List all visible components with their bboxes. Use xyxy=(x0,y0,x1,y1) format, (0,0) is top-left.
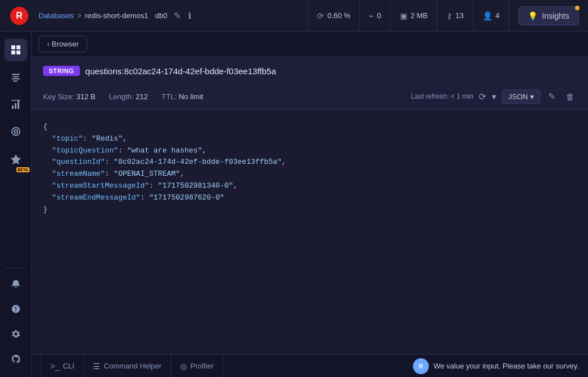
memory-stat: ▣ 2 MB xyxy=(391,0,437,32)
delete-key-button[interactable]: 🗑 xyxy=(564,90,577,104)
survey-icon: R xyxy=(413,358,429,374)
command-helper-label: Command Helper xyxy=(104,362,161,370)
sidebar-item-workbench[interactable] xyxy=(5,66,27,88)
tab-bar: ‹ Browser xyxy=(32,32,588,57)
users-value: 4 xyxy=(496,11,500,20)
edit-connection-button[interactable]: ✎ xyxy=(172,9,184,23)
stats-bar: ⟳ 0.60 % ⌁ 0 ▣ 2 MB ⚷ 13 👤 4 xyxy=(308,0,509,32)
users-icon: 👤 xyxy=(483,11,492,20)
header: R Databases > redis-short-demos1 db0 ✎ ℹ… xyxy=(0,0,588,32)
survey-prompt[interactable]: R We value your input. Please take our s… xyxy=(413,358,579,374)
profiler-label: Profiler xyxy=(190,362,214,370)
format-label: JSON xyxy=(508,92,528,101)
refresh-dropdown-button[interactable]: ▾ xyxy=(492,91,496,102)
browser-tab-label: Browser xyxy=(52,40,79,48)
sidebar-bottom xyxy=(5,263,27,372)
browser-back-button[interactable]: ‹ Browser xyxy=(39,36,87,52)
key-size-value: 312 B xyxy=(76,92,96,101)
sidebar-item-notifications[interactable] xyxy=(5,273,27,295)
keys-value: 13 xyxy=(455,11,463,20)
svg-rect-7 xyxy=(15,103,16,109)
json-editor[interactable]: { "topic": "Redis", "topicQuestion": "wh… xyxy=(32,110,588,354)
format-select[interactable]: JSON ▾ xyxy=(502,90,540,104)
footer-tab-command-helper[interactable]: ☰ Command Helper xyxy=(84,355,171,378)
svg-rect-8 xyxy=(18,101,19,109)
memory-icon: ▣ xyxy=(400,11,407,20)
format-chevron-icon: ▾ xyxy=(530,92,534,101)
key-metadata: Key Size: 312 B Length: 212 TTL: No limi… xyxy=(32,83,588,110)
sidebar-item-browser[interactable] xyxy=(5,39,27,61)
meta-right: Last refresh: < 1 min ⟳ ▾ JSON ▾ ✎ 🗑 xyxy=(411,89,577,104)
key-header: STRING questions:8c02ac24-174d-42ef-bdde… xyxy=(32,57,588,83)
cpu-icon: ⟳ xyxy=(317,11,324,20)
key-panel: STRING questions:8c02ac24-174d-42ef-bdde… xyxy=(32,57,588,354)
ttl-value: No limit xyxy=(179,92,203,101)
cli-icon: >_ xyxy=(50,362,59,371)
breadcrumb-databases[interactable]: Databases xyxy=(39,11,74,20)
footer-tab-profiler[interactable]: ◎ Profiler xyxy=(171,355,223,378)
length-label: Length: 212 xyxy=(109,92,148,101)
last-refresh-label: Last refresh: < 1 min xyxy=(411,92,474,100)
cli-label: CLI xyxy=(63,362,74,370)
footer-tab-cli[interactable]: >_ CLI xyxy=(41,355,84,378)
svg-point-10 xyxy=(14,130,18,133)
sidebar-item-github[interactable] xyxy=(5,348,27,370)
svg-rect-6 xyxy=(12,105,14,109)
refresh-button[interactable]: ⟳ xyxy=(479,91,486,102)
footer-right: R We value your input. Please take our s… xyxy=(413,358,579,374)
svg-point-9 xyxy=(12,128,20,135)
type-badge: STRING xyxy=(43,66,80,76)
cpu-stat: ⟳ 0.60 % xyxy=(308,0,360,32)
key-name: questions:8c02ac24-174d-42ef-bdde-f03ee1… xyxy=(86,66,276,76)
sidebar-item-settings[interactable] xyxy=(5,323,27,345)
connections-stat: ⌁ 0 xyxy=(360,0,390,32)
sidebar-item-help[interactable] xyxy=(5,298,27,320)
svg-text:R: R xyxy=(419,363,424,370)
main-layout: ‹ Browser STRING questions:8c02ac24-174d… xyxy=(0,32,588,377)
cpu-value: 0.60 % xyxy=(327,11,350,20)
connections-icon: ⌁ xyxy=(369,11,373,20)
sidebar-divider xyxy=(5,268,25,268)
profiler-icon: ◎ xyxy=(180,362,187,371)
content-area: ‹ Browser STRING questions:8c02ac24-174d… xyxy=(32,32,588,377)
insights-label: Insights xyxy=(542,11,569,20)
breadcrumb: Databases > redis-short-demos1 xyxy=(39,11,148,20)
footer: >_ CLI ☰ Command Helper ◎ Profiler R xyxy=(32,354,588,377)
svg-text:R: R xyxy=(16,11,23,20)
svg-rect-5 xyxy=(16,50,20,54)
key-size-label: Key Size: 312 B xyxy=(43,92,96,101)
breadcrumb-instance: redis-short-demos1 xyxy=(85,11,148,20)
ttl-label: TTL: No limit xyxy=(161,92,203,101)
users-stat: 👤 4 xyxy=(474,0,509,32)
header-actions: ✎ ℹ xyxy=(172,9,194,23)
sidebar xyxy=(0,32,32,377)
svg-marker-11 xyxy=(11,154,21,164)
info-button[interactable]: ℹ xyxy=(186,9,194,23)
db-badge: db0 xyxy=(155,11,168,20)
keys-stat: ⚷ 13 xyxy=(437,0,473,32)
command-helper-icon: ☰ xyxy=(93,362,100,371)
sidebar-item-analysis[interactable] xyxy=(5,93,27,116)
svg-rect-4 xyxy=(11,50,15,54)
svg-rect-2 xyxy=(11,45,15,49)
length-value: 212 xyxy=(136,92,148,101)
breadcrumb-separator: > xyxy=(77,11,82,20)
sidebar-item-pubsub[interactable] xyxy=(5,120,27,143)
memory-value: 2 MB xyxy=(411,11,428,20)
edit-value-button[interactable]: ✎ xyxy=(546,89,558,104)
back-icon: ‹ xyxy=(47,40,49,48)
insights-button[interactable]: 💡 Insights xyxy=(518,6,579,26)
keys-icon: ⚷ xyxy=(446,11,452,20)
connections-value: 0 xyxy=(377,11,381,20)
sidebar-item-ai[interactable] xyxy=(5,147,27,170)
app-logo: R xyxy=(9,6,29,26)
survey-text: We value your input. Please take our sur… xyxy=(433,362,579,370)
insights-notification-dot xyxy=(575,6,580,10)
svg-rect-3 xyxy=(16,45,20,49)
insights-icon: 💡 xyxy=(528,11,538,20)
